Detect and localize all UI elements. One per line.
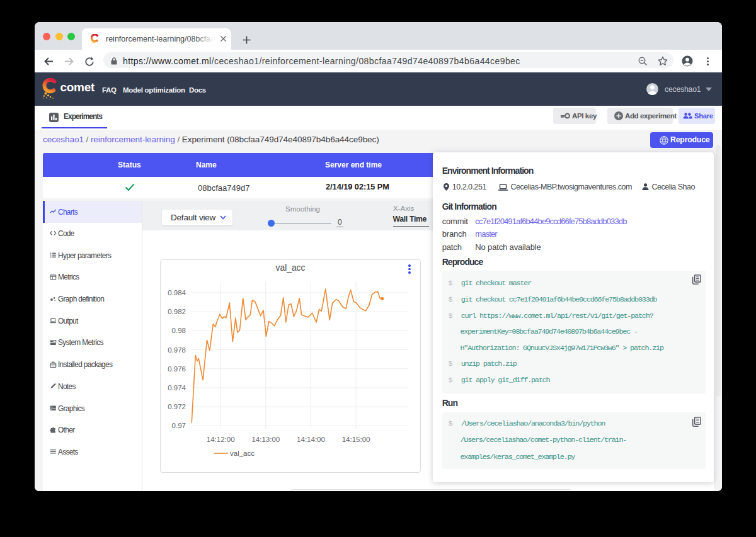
svg-text:0.978: 0.978	[168, 346, 186, 354]
svg-text:14:15:00: 14:15:00	[342, 436, 370, 443]
svg-text:0.974: 0.974	[168, 384, 186, 392]
svg-text:0.98: 0.98	[172, 327, 186, 334]
svg-text:0.972: 0.972	[168, 403, 186, 410]
svg-text:val_acc: val_acc	[230, 449, 255, 457]
svg-text:14:12:00: 14:12:00	[207, 436, 235, 443]
svg-text:14:13:00: 14:13:00	[251, 436, 280, 443]
svg-text:14:14:00: 14:14:00	[297, 436, 325, 443]
svg-text:0.97: 0.97	[172, 422, 186, 429]
svg-text:0.984: 0.984	[168, 289, 186, 297]
svg-text:0.976: 0.976	[168, 365, 186, 373]
svg-text:0.982: 0.982	[168, 308, 186, 315]
